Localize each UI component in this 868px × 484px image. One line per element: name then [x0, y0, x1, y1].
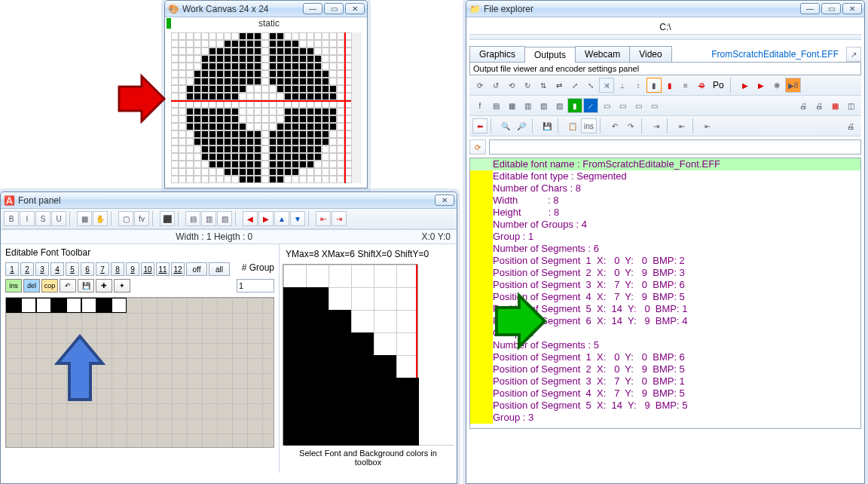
font-panel-titlebar[interactable]: 🅰️ Font panel ✕ [1, 192, 457, 209]
tool-x-button[interactable]: ✚ [96, 279, 112, 293]
glyph-cell[interactable] [21, 298, 36, 313]
ins-toggle[interactable]: ins [581, 118, 597, 133]
char-slot-4[interactable]: 4 [50, 262, 64, 276]
glyph-cell[interactable] [6, 298, 21, 313]
tool-icon[interactable]: ↕ [631, 78, 646, 93]
find-button[interactable]: 🔍 [498, 118, 513, 133]
glyph-cell[interactable] [112, 298, 127, 313]
close-button[interactable]: ✕ [435, 195, 454, 206]
tool-icon[interactable]: ⤢ [567, 78, 582, 93]
pixel-canvas-area[interactable] [171, 32, 361, 183]
flip-v-button[interactable]: ⇥ [332, 211, 347, 226]
shift-left-button[interactable]: ◀ [243, 211, 258, 226]
tool-icon[interactable]: ▨ [552, 98, 567, 113]
file-explorer-titlebar[interactable]: 📁 File explorer — ▭ ✕ [466, 1, 864, 17]
refresh-icon[interactable]: ⟳ [469, 139, 486, 155]
tool-icon[interactable]: ⇅ [536, 78, 551, 93]
tab-outputs[interactable]: Outputs [524, 47, 576, 63]
tool-icon[interactable]: ↺ [488, 78, 503, 93]
underline-button[interactable]: U [51, 211, 66, 226]
char-slot-5[interactable]: 5 [66, 262, 79, 276]
print-button[interactable]: 🖨 [843, 118, 858, 133]
delete-button[interactable]: del [23, 279, 40, 293]
all-button[interactable]: all [209, 262, 230, 276]
work-canvas-titlebar[interactable]: 🎨 Work Canvas 24 x 24 — ▭ ✕ [165, 1, 367, 17]
tab-video[interactable]: Video [629, 46, 671, 62]
tool-icon[interactable]: ▭ [631, 98, 646, 113]
tool-icon[interactable]: ⟂ [615, 78, 630, 93]
shift-right-button[interactable]: ▶ [258, 211, 274, 226]
copy-button[interactable]: cop [41, 279, 58, 293]
shift-down-button[interactable]: ▼ [290, 211, 305, 226]
copy-button[interactable]: 📋 [565, 118, 580, 133]
tool-icon[interactable]: ▭ [599, 98, 614, 113]
insert-button[interactable]: ins [5, 279, 22, 293]
italic-button[interactable]: I [20, 211, 35, 226]
tab-webcam[interactable]: Webcam [575, 46, 630, 62]
tool-icon[interactable]: f [472, 98, 487, 113]
blue-tool[interactable]: ⟋ [583, 98, 598, 113]
glyph-cell[interactable] [81, 298, 96, 313]
char-slot-11[interactable]: 11 [156, 262, 170, 276]
green-tool[interactable]: ▮ [567, 98, 582, 113]
tool-icon[interactable]: ≡ [678, 78, 693, 93]
minimize-button[interactable]: — [303, 3, 322, 14]
tool-icon[interactable]: ⟲ [504, 78, 519, 93]
print-many-button[interactable]: 🖨 [811, 98, 827, 113]
tool-icon[interactable]: ▥ [520, 98, 535, 113]
filter-input[interactable] [489, 139, 861, 155]
tool-icon[interactable]: ⇄ [552, 78, 567, 93]
strike-button[interactable]: S [35, 211, 50, 226]
group-number-input[interactable] [237, 279, 274, 293]
minimize-button[interactable]: — [800, 3, 820, 14]
tool-icon[interactable]: ▭ [615, 98, 630, 113]
glyph-cell[interactable] [96, 298, 112, 313]
maximize-button[interactable]: ▭ [324, 3, 344, 14]
glyph-strip[interactable] [5, 297, 274, 448]
shift-up-button[interactable]: ▲ [274, 211, 289, 226]
tool-icon[interactable]: ↻ [520, 78, 535, 93]
marker-tool[interactable]: ▮ [646, 78, 662, 93]
undo-button[interactable]: ↶ [607, 118, 622, 133]
indent-button[interactable]: ⇥ [649, 118, 664, 133]
outdent-button[interactable]: ⇤ [674, 118, 689, 133]
maximize-button[interactable]: ▭ [821, 3, 841, 14]
char-slot-1[interactable]: 1 [5, 262, 19, 276]
tool-icon[interactable]: ⟳ [472, 78, 487, 93]
shape-tool-button[interactable]: ⬛ [160, 211, 175, 226]
char-slot-8[interactable]: 8 [111, 262, 124, 276]
expand-button[interactable]: ↗ [846, 47, 861, 62]
tool-icon[interactable]: ⚙ [694, 78, 709, 93]
hand-tool-button[interactable]: ✋ [93, 211, 108, 226]
tool-icon[interactable]: ▶ [738, 78, 753, 93]
glyph-cell[interactable] [36, 298, 51, 313]
tab-graphics[interactable]: Graphics [469, 46, 525, 62]
tool-icon[interactable]: ⤡ [583, 78, 598, 93]
tool-icon[interactable]: ❋ [769, 78, 784, 93]
orange-tool[interactable]: ▶8 [785, 78, 802, 93]
undo-button[interactable]: ↶ [60, 279, 76, 293]
tool-icon[interactable]: ▶ [753, 78, 769, 93]
tool-icon[interactable]: ▭ [646, 98, 662, 113]
tool-icon[interactable]: ▦ [504, 98, 519, 113]
dedent-button[interactable]: ⇤ [700, 118, 715, 133]
record-button[interactable]: ⬅ [472, 118, 487, 133]
tool-y-button[interactable]: ✦ [114, 279, 130, 293]
glyph-cell[interactable] [51, 298, 66, 313]
fv-button[interactable]: fv [134, 211, 149, 226]
save-button[interactable]: 💾 [78, 279, 94, 293]
char-slot-12[interactable]: 12 [171, 262, 185, 276]
sel-tool-1[interactable]: ▤ [185, 211, 200, 226]
char-preview-grid[interactable] [283, 264, 418, 445]
char-slot-6[interactable]: 6 [81, 262, 94, 276]
char-slot-2[interactable]: 2 [20, 262, 34, 276]
close-button[interactable]: ✕ [842, 3, 862, 14]
print-button[interactable]: 🖨 [796, 98, 811, 113]
pixel-grid[interactable] [171, 32, 361, 183]
open-file-link[interactable]: FromScratchEditable_Font.EFF [707, 47, 843, 62]
char-slot-10[interactable]: 10 [141, 262, 154, 276]
fill-tool-button[interactable]: ▢ [118, 211, 133, 226]
delete-page-button[interactable]: ▦ [827, 98, 842, 113]
close-button[interactable]: ✕ [345, 3, 365, 14]
tool-icon[interactable]: ▤ [488, 98, 503, 113]
